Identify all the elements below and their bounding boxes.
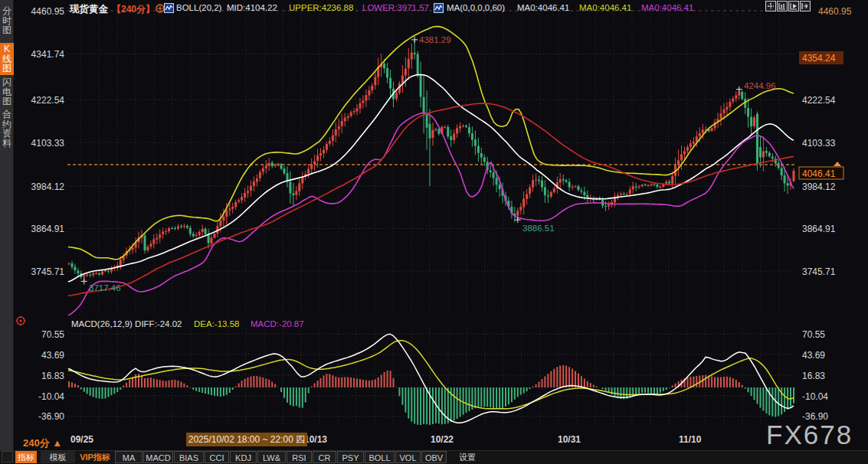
svg-text:3886.51: 3886.51 [522, 224, 555, 233]
svg-text:3864.91: 3864.91 [802, 224, 836, 234]
svg-text:MACD:-20.87: MACD:-20.87 [251, 319, 304, 328]
svg-text:4103.33: 4103.33 [802, 138, 836, 149]
svg-text:3984.12: 3984.12 [31, 181, 65, 192]
svg-text:-10.04: -10.04 [802, 391, 828, 402]
svg-text:-10.04: -10.04 [38, 391, 64, 402]
svg-text:MACD(26,12,9) DIFF:-24.02: MACD(26,12,9) DIFF:-24.02 [71, 319, 182, 328]
svg-text:3745.71: 3745.71 [31, 266, 65, 277]
svg-text:3864.91: 3864.91 [31, 224, 65, 234]
svg-text:4460.95: 4460.95 [818, 6, 852, 17]
svg-text:-36.90: -36.90 [38, 411, 64, 422]
svg-text:4460.95: 4460.95 [31, 6, 65, 17]
svg-text:4046.41: 4046.41 [802, 168, 836, 179]
svg-text:4222.54: 4222.54 [802, 95, 836, 106]
svg-text:4222.54: 4222.54 [31, 95, 65, 106]
svg-text:4244.96: 4244.96 [744, 81, 776, 90]
svg-text:4341.74: 4341.74 [31, 49, 65, 60]
svg-text:3984.12: 3984.12 [802, 181, 836, 192]
svg-text:4103.33: 4103.33 [31, 138, 65, 149]
svg-text:43.69: 43.69 [802, 350, 825, 361]
svg-text:70.55: 70.55 [802, 329, 825, 340]
svg-text:16.83: 16.83 [802, 371, 825, 381]
svg-text:70.55: 70.55 [41, 329, 64, 340]
svg-text:DEA:-13.58: DEA:-13.58 [194, 319, 239, 328]
svg-text:4381.29: 4381.29 [419, 35, 451, 44]
svg-text:3745.71: 3745.71 [802, 266, 836, 277]
svg-text:16.83: 16.83 [41, 371, 64, 381]
svg-text:3717.46: 3717.46 [89, 283, 121, 292]
svg-text:4354.24: 4354.24 [802, 53, 836, 64]
svg-text:43.69: 43.69 [41, 350, 64, 361]
